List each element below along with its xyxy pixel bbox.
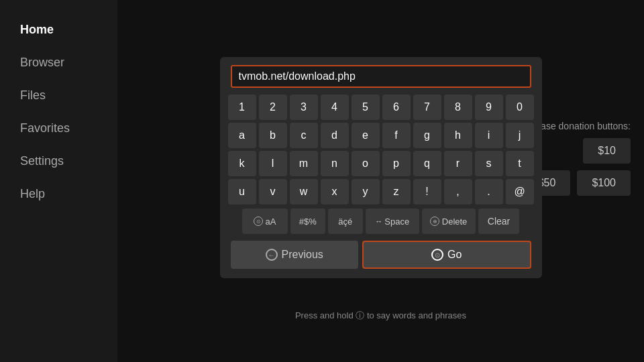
hint-text: Press and hold ⓘ to say words and phrase… [295,310,466,322]
special-keys-row: ⊙ aA #$% äçé ↔ Space ⊕ Delete [231,208,531,234]
key-clear-button[interactable]: Clear [478,208,519,234]
key-v[interactable]: v [259,179,287,204]
key-x[interactable]: x [321,179,349,204]
key-symbols-button[interactable]: #$% [290,208,325,234]
key-p[interactable]: p [382,151,411,176]
key-7[interactable]: 7 [413,95,441,120]
key-r[interactable]: r [444,151,472,176]
main-content: lease donation buttons: $10 $20 $50 $100… [117,0,644,362]
key-m[interactable]: m [290,151,318,176]
space-arrow-icon: ↔ [375,217,382,225]
key-b[interactable]: b [259,123,287,148]
sidebar-item-files[interactable]: Files [0,79,117,112]
key-t[interactable]: t [506,151,534,176]
key-delete-button[interactable]: ⊕ Delete [422,208,476,234]
sidebar-item-settings[interactable]: Settings [0,145,117,178]
key-e[interactable]: e [352,123,380,148]
delete-circle-icon: ⊕ [430,217,439,226]
donation-10-button[interactable]: $10 [583,138,631,164]
url-bar-wrapper [231,65,531,88]
previous-button[interactable]: ← Previous [231,241,358,269]
key-w[interactable]: w [290,179,318,204]
key-3[interactable]: 3 [290,95,318,120]
go-circle-icon: ⊙ [431,249,443,261]
key-g[interactable]: g [413,123,441,148]
key-exclaim[interactable]: ! [413,179,441,204]
sidebar-item-home[interactable]: Home [0,13,117,46]
donation-row-top: $10 [583,138,631,164]
key-a[interactable]: a [228,123,256,148]
key-row-u-at: u v w x y z ! , . @ [231,179,531,204]
key-d[interactable]: d [321,123,349,148]
key-f[interactable]: f [382,123,411,148]
key-s[interactable]: s [475,151,503,176]
key-row-k-t: k l m n o p q r s t [231,151,531,176]
key-i[interactable]: i [475,123,503,148]
key-6[interactable]: 6 [382,95,411,120]
nav-row: ← Previous ⊙ Go [231,241,531,269]
go-button[interactable]: ⊙ Go [362,241,531,269]
url-input[interactable] [231,65,531,88]
keyboard: 1 2 3 4 5 6 7 8 9 0 a b c d e f g h [231,95,531,269]
key-h[interactable]: h [444,123,472,148]
key-q[interactable]: q [413,151,441,176]
key-row-a-j: a b c d e f g h i j [231,123,531,148]
key-u[interactable]: u [228,179,256,204]
keyboard-overlay: 1 2 3 4 5 6 7 8 9 0 a b c d e f g h [220,57,542,278]
key-n[interactable]: n [321,151,349,176]
key-5[interactable]: 5 [352,95,380,120]
key-1[interactable]: 1 [228,95,256,120]
key-y[interactable]: y [352,179,380,204]
key-comma[interactable]: , [444,179,472,204]
key-c[interactable]: c [290,123,318,148]
previous-circle-icon: ← [266,249,278,261]
aA-circle-icon: ⊙ [254,217,263,226]
key-k[interactable]: k [228,151,256,176]
key-4[interactable]: 4 [321,95,349,120]
sidebar-item-help[interactable]: Help [0,178,117,210]
key-8[interactable]: 8 [444,95,472,120]
sidebar: Home Browser Files Favorites Settings He… [0,0,117,362]
key-at[interactable]: @ [506,179,534,204]
key-z[interactable]: z [382,179,411,204]
key-j[interactable]: j [506,123,534,148]
key-aA-button[interactable]: ⊙ aA [242,208,288,234]
key-0[interactable]: 0 [506,95,534,120]
sidebar-item-favorites[interactable]: Favorites [0,112,117,145]
donation-100-button[interactable]: $100 [577,170,631,196]
key-accents-button[interactable]: äçé [328,208,363,234]
key-o[interactable]: o [352,151,380,176]
sidebar-item-browser[interactable]: Browser [0,46,117,79]
key-2[interactable]: 2 [259,95,287,120]
key-period[interactable]: . [475,179,503,204]
key-row-numbers: 1 2 3 4 5 6 7 8 9 0 [231,95,531,120]
key-space-button[interactable]: ↔ Space [366,208,419,234]
key-9[interactable]: 9 [475,95,503,120]
key-l[interactable]: l [259,151,287,176]
donation-label: lease donation buttons: [533,121,631,131]
